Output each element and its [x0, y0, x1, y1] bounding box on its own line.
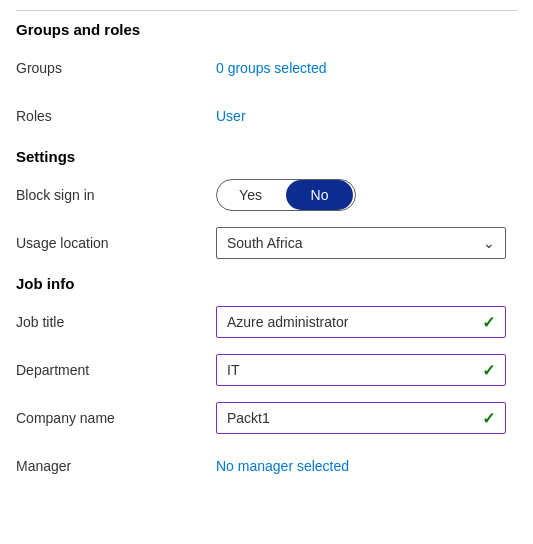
job-title-label: Job title — [16, 314, 216, 330]
job-title-input-wrapper: Azure administrator ✓ — [216, 306, 517, 338]
usage-location-dropdown[interactable]: South Africa ⌄ — [216, 227, 506, 259]
company-name-input[interactable]: Packt1 ✓ — [216, 402, 506, 434]
groups-link[interactable]: 0 groups selected — [216, 60, 327, 76]
toggle-no-button[interactable]: No — [286, 180, 353, 210]
job-title-row: Job title Azure administrator ✓ — [16, 306, 517, 338]
roles-value-container: User — [216, 108, 517, 124]
company-name-label: Company name — [16, 410, 216, 426]
groups-row: Groups 0 groups selected — [16, 52, 517, 84]
block-sign-in-label: Block sign in — [16, 187, 216, 203]
manager-link[interactable]: No manager selected — [216, 458, 349, 474]
department-input-wrapper: IT ✓ — [216, 354, 517, 386]
roles-link[interactable]: User — [216, 108, 246, 124]
manager-row: Manager No manager selected — [16, 450, 517, 482]
manager-label: Manager — [16, 458, 216, 474]
groups-roles-title: Groups and roles — [16, 21, 517, 38]
toggle-yes-button[interactable]: Yes — [217, 180, 284, 210]
company-name-row: Company name Packt1 ✓ — [16, 402, 517, 434]
job-info-title: Job info — [16, 275, 517, 292]
company-name-input-wrapper: Packt1 ✓ — [216, 402, 517, 434]
department-input[interactable]: IT ✓ — [216, 354, 506, 386]
settings-title: Settings — [16, 148, 517, 165]
roles-row: Roles User — [16, 100, 517, 132]
department-label: Department — [16, 362, 216, 378]
block-sign-in-toggle[interactable]: Yes No — [216, 179, 356, 211]
job-title-input[interactable]: Azure administrator ✓ — [216, 306, 506, 338]
block-sign-in-row: Block sign in Yes No — [16, 179, 517, 211]
job-title-check-icon: ✓ — [482, 313, 495, 332]
top-divider — [16, 10, 517, 11]
usage-location-row: Usage location South Africa ⌄ — [16, 227, 517, 259]
company-name-value: Packt1 — [227, 410, 482, 426]
roles-label: Roles — [16, 108, 216, 124]
usage-location-dropdown-wrapper: South Africa ⌄ — [216, 227, 517, 259]
department-check-icon: ✓ — [482, 361, 495, 380]
job-title-value: Azure administrator — [227, 314, 482, 330]
groups-value-container: 0 groups selected — [216, 60, 517, 76]
usage-location-value: South Africa — [227, 235, 303, 251]
department-row: Department IT ✓ — [16, 354, 517, 386]
groups-label: Groups — [16, 60, 216, 76]
chevron-down-icon: ⌄ — [483, 235, 495, 251]
toggle-container-wrapper: Yes No — [216, 179, 517, 211]
manager-value-container: No manager selected — [216, 458, 517, 474]
department-value: IT — [227, 362, 482, 378]
usage-location-label: Usage location — [16, 235, 216, 251]
company-name-check-icon: ✓ — [482, 409, 495, 428]
